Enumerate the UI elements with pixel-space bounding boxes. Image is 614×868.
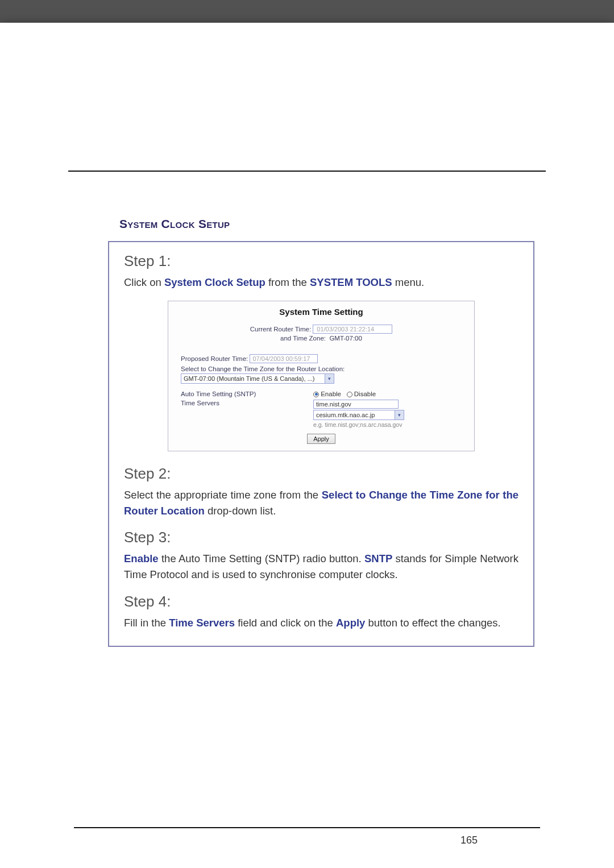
bottom-rule <box>74 827 540 828</box>
link-time-servers: Time Servers <box>169 617 235 629</box>
step1-heading: Step 1: <box>124 252 518 270</box>
step3-body: Enable the Auto Time Setting (SNTP) radi… <box>124 551 518 583</box>
text: Click on <box>124 276 164 288</box>
radio-enable-label: Enable <box>321 391 341 397</box>
text: drop-down list. <box>205 505 276 517</box>
steps-box: Step 1: Click on System Clock Setup from… <box>108 241 534 647</box>
proposed-time-input[interactable]: 07/04/2003 00:59:17 <box>250 354 318 363</box>
time-servers-label: Time Servers <box>181 400 309 406</box>
top-rule <box>68 171 546 172</box>
auto-time-radios: Enable Disable <box>313 391 462 397</box>
text: from the <box>265 276 310 288</box>
step1-body: Click on System Clock Setup from the SYS… <box>124 275 518 290</box>
document-page: System Clock Setup Step 1: Click on Syst… <box>0 23 614 868</box>
tz-label: and Time Zone: <box>280 335 326 342</box>
time-servers-field: Time Servers time.nist.gov cesium.mtk.na… <box>181 400 462 428</box>
timezone-select-value: GMT-07:00 (Mountain Time (US & Canada), … <box>184 375 314 382</box>
apply-button[interactable]: Apply <box>307 434 335 444</box>
text: Select the appropriate time zone from th… <box>124 489 322 501</box>
chevron-down-icon: ▾ <box>325 374 334 383</box>
current-time-row: Current Router Time: 01/03/2003 21:22:14 <box>168 325 474 334</box>
text: menu. <box>392 276 425 288</box>
text: the Auto Time Setting (SNTP) radio butto… <box>159 553 364 564</box>
link-system-clock-setup: System Clock Setup <box>164 276 265 288</box>
step3-heading: Step 3: <box>124 529 518 546</box>
current-time-value: 01/03/2003 21:22:14 <box>313 325 392 334</box>
time-server-input[interactable]: time.nist.gov <box>313 400 399 409</box>
text: button to effect the changes. <box>365 617 500 629</box>
timezone-select[interactable]: GMT-07:00 (Mountain Time (US & Canada), … <box>181 373 334 384</box>
step2-body: Select the appropriate time zone from th… <box>124 487 518 519</box>
timezone-row: and Time Zone: GMT-07:00 <box>168 335 474 342</box>
step4-body: Fill in the Time Servers field and click… <box>124 615 518 631</box>
menu-system-tools: SYSTEM TOOLS <box>310 276 392 288</box>
proposed-time-field: Proposed Router Time: 07/04/2003 00:59:1… <box>181 354 462 363</box>
proposed-time-label: Proposed Router Time: <box>181 355 248 362</box>
page-number: 165 <box>460 834 478 846</box>
system-time-panel: System Time Setting Current Router Time:… <box>168 301 475 451</box>
auto-time-label: Auto Time Setting (SNTP) <box>181 391 309 397</box>
link-apply: Apply <box>336 617 365 629</box>
link-sntp: SNTP <box>364 553 392 564</box>
radio-enable[interactable] <box>313 392 319 397</box>
step4-heading: Step 4: <box>124 593 518 610</box>
step2-heading: Step 2: <box>124 465 518 483</box>
text: Fill in the <box>124 617 169 629</box>
section-title: System Clock Setup <box>119 217 546 231</box>
embedded-panel-wrap: System Time Setting Current Router Time:… <box>124 301 518 451</box>
apply-wrap: Apply <box>181 434 462 444</box>
form-block: Proposed Router Time: 07/04/2003 00:59:1… <box>168 342 474 444</box>
text: field and click on the <box>235 617 336 629</box>
radio-disable-label: Disable <box>354 391 376 397</box>
time-server-select[interactable]: cesium.mtk.nao.ac.jp ▾ <box>313 410 404 420</box>
tz-value: GMT-07:00 <box>329 335 362 342</box>
panel-title: System Time Setting <box>168 301 474 325</box>
chevron-down-icon: ▾ <box>395 410 404 420</box>
radio-disable[interactable] <box>347 392 352 397</box>
current-time-label: Current Router Time: <box>250 326 311 333</box>
time-server-select-value: cesium.mtk.nao.ac.jp <box>316 412 375 418</box>
auto-time-field: Auto Time Setting (SNTP) Enable Disable <box>181 391 462 397</box>
link-enable: Enable <box>124 553 159 564</box>
time-server-example: e.g. time.nist.gov;ns.arc.nasa.gov <box>313 421 462 428</box>
select-tz-label: Select to Change the Time Zone for the R… <box>181 366 462 372</box>
